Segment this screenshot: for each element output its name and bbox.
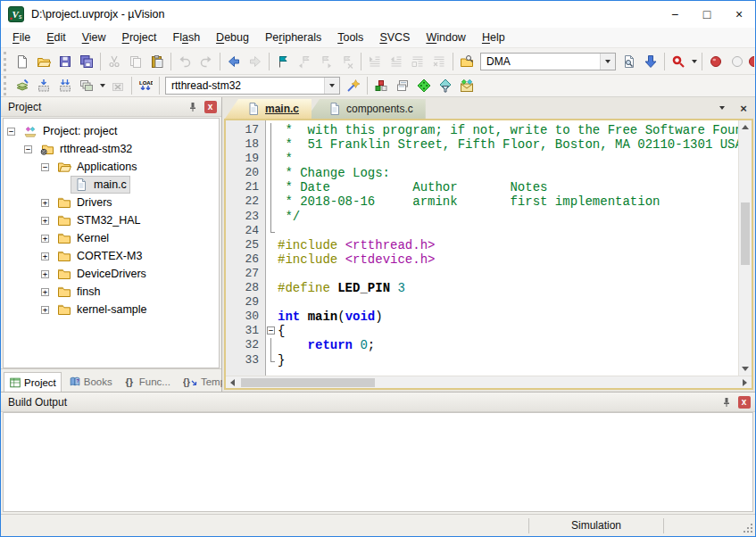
collapse-expander[interactable]: − bbox=[7, 128, 15, 136]
menu-tools[interactable]: Tools bbox=[329, 29, 371, 45]
scroll-left-arrow[interactable] bbox=[226, 376, 239, 388]
expand-expander[interactable]: + bbox=[41, 270, 49, 278]
select-software-packs-button[interactable] bbox=[435, 76, 456, 95]
project-panel-close-button[interactable]: x bbox=[203, 100, 218, 114]
manage-rte-button[interactable] bbox=[413, 76, 435, 95]
code-view[interactable]: 17 * with this program; if not, write to… bbox=[226, 120, 738, 376]
close-button[interactable]: × bbox=[723, 1, 755, 28]
expand-expander[interactable]: + bbox=[41, 235, 49, 243]
save-button[interactable] bbox=[54, 51, 76, 72]
build-output-panel: Build Output x bbox=[1, 392, 755, 514]
resize-grip[interactable] bbox=[741, 515, 755, 536]
bp-clip-icon bbox=[748, 54, 754, 69]
batch-build-button[interactable] bbox=[76, 76, 97, 95]
tree-node[interactable]: CORTEX-M3 bbox=[54, 247, 145, 265]
scroll-right-arrow[interactable] bbox=[738, 376, 752, 388]
download-button[interactable]: LOAD bbox=[135, 76, 156, 95]
editor-tab-bar: main.ccomponents.c × bbox=[222, 97, 755, 119]
find-in-files-button[interactable] bbox=[456, 51, 478, 72]
menu-svcs[interactable]: SVCS bbox=[371, 29, 418, 45]
editor-tab-components-c[interactable]: components.c bbox=[306, 99, 426, 119]
collapse-expander[interactable]: − bbox=[41, 163, 49, 171]
editor-vertical-scrollbar[interactable] bbox=[738, 120, 752, 376]
manage-project-items-button[interactable] bbox=[370, 76, 392, 95]
horizontal-scroll-track[interactable] bbox=[239, 376, 738, 388]
enable-disable-breakpoint-button[interactable] bbox=[727, 51, 748, 72]
batch-build-options-button[interactable] bbox=[97, 75, 107, 96]
save-all-button[interactable] bbox=[76, 51, 97, 72]
build-output-close-button[interactable]: x bbox=[736, 395, 752, 409]
tab-list-dropdown-button[interactable] bbox=[716, 101, 728, 115]
incremental-find-button[interactable] bbox=[640, 51, 661, 72]
multi-project-workspace-button[interactable] bbox=[392, 76, 413, 95]
expand-expander[interactable]: + bbox=[41, 306, 49, 314]
code-line: 20 * Change Logs: bbox=[226, 166, 738, 180]
tree-node[interactable]: finsh bbox=[54, 283, 104, 301]
expand-expander[interactable]: + bbox=[41, 252, 49, 260]
fold-margin bbox=[265, 338, 278, 352]
menu-help[interactable]: Help bbox=[474, 29, 513, 45]
insert-remove-breakpoint-button[interactable] bbox=[705, 51, 727, 72]
tree-node[interactable]: kernel-sample bbox=[54, 301, 151, 318]
menu-edit[interactable]: Edit bbox=[38, 29, 74, 45]
tree-node[interactable]: rtthread-stm32 bbox=[37, 140, 136, 158]
find-in-files-dialog-button[interactable] bbox=[619, 51, 640, 72]
scroll-up-arrow[interactable] bbox=[739, 120, 752, 134]
open-file-button[interactable] bbox=[33, 51, 54, 72]
pin-icon[interactable] bbox=[185, 100, 200, 114]
expand-expander[interactable]: + bbox=[41, 199, 49, 207]
tree-node[interactable]: Applications bbox=[54, 158, 140, 176]
fold-toggle[interactable]: − bbox=[267, 326, 275, 335]
tree-node[interactable]: Project: project bbox=[20, 122, 120, 140]
horizontal-scroll-thumb[interactable] bbox=[241, 378, 375, 387]
options-for-target-button[interactable] bbox=[343, 76, 364, 95]
panel-tab-func[interactable]: {}Func... bbox=[120, 372, 176, 392]
insert-bookmark-button[interactable] bbox=[272, 51, 294, 72]
panel-tab-books[interactable]: ?Books bbox=[63, 372, 118, 392]
pin-icon[interactable] bbox=[719, 395, 734, 409]
tree-node[interactable]: main.c bbox=[71, 176, 130, 194]
toolbar-grip[interactable] bbox=[4, 76, 10, 95]
target-combo[interactable]: rtthread-stm32 bbox=[165, 77, 340, 95]
paste-button[interactable] bbox=[146, 51, 168, 72]
maximize-button[interactable]: □ bbox=[691, 1, 723, 28]
new-file-button[interactable] bbox=[12, 51, 33, 72]
pack-installer-button[interactable] bbox=[456, 76, 478, 95]
menu-peripherals[interactable]: Peripherals bbox=[257, 29, 329, 45]
search-combo[interactable]: DMA bbox=[480, 53, 616, 70]
target-combo-dropdown-button[interactable] bbox=[324, 78, 339, 94]
menu-window[interactable]: Window bbox=[418, 29, 473, 45]
expand-expander[interactable]: + bbox=[41, 217, 49, 225]
find-button[interactable] bbox=[668, 51, 689, 72]
editor-close-button[interactable]: × bbox=[737, 101, 750, 115]
tree-node[interactable]: Kernel bbox=[54, 229, 112, 247]
menu-file[interactable]: File bbox=[4, 29, 38, 45]
find-options-button[interactable] bbox=[689, 51, 699, 72]
editor-horizontal-scrollbar[interactable] bbox=[226, 376, 752, 388]
search-combo-dropdown-button[interactable] bbox=[600, 54, 615, 70]
tree-node[interactable]: DeviceDrivers bbox=[54, 265, 150, 283]
menu-view[interactable]: View bbox=[74, 29, 114, 45]
menu-debug[interactable]: Debug bbox=[208, 29, 257, 45]
tree-node[interactable]: STM32_HAL bbox=[54, 211, 145, 229]
navigate-back-button[interactable] bbox=[223, 51, 245, 72]
translate-button[interactable] bbox=[12, 76, 33, 95]
menu-flash[interactable]: Flash bbox=[165, 29, 209, 45]
expand-expander[interactable]: + bbox=[41, 288, 49, 296]
bookmark-prev-icon bbox=[297, 54, 312, 69]
collapse-expander[interactable]: − bbox=[24, 145, 32, 153]
minimize-button[interactable]: − bbox=[659, 1, 691, 28]
tree-row: +Drivers bbox=[4, 194, 219, 211]
toolbar-separator bbox=[131, 77, 132, 95]
toolbar-grip[interactable] bbox=[4, 52, 10, 71]
build-button[interactable] bbox=[33, 76, 54, 95]
vertical-scroll-thumb[interactable] bbox=[741, 202, 750, 265]
menu-project[interactable]: Project bbox=[114, 29, 165, 45]
disable-all-breakpoints-button[interactable] bbox=[748, 51, 754, 72]
scroll-down-arrow[interactable] bbox=[739, 362, 752, 376]
editor-tab-main-c[interactable]: main.c bbox=[225, 99, 312, 119]
tree-node[interactable]: Drivers bbox=[54, 194, 116, 211]
rebuild-button[interactable] bbox=[54, 76, 76, 95]
tree-item-label: kernel-sample bbox=[77, 303, 147, 316]
panel-tab-project[interactable]: Project bbox=[4, 372, 62, 392]
